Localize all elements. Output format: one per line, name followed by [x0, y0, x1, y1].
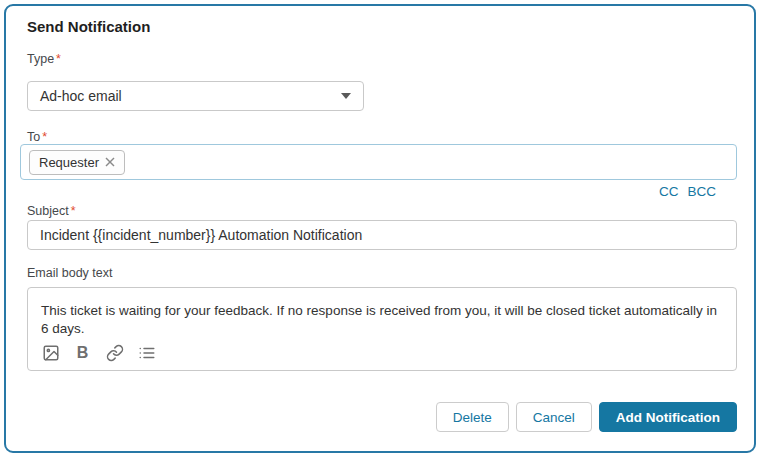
required-marker: * [71, 204, 76, 218]
type-select-value: Ad-hoc email [40, 88, 122, 104]
type-label: Type* [27, 52, 61, 66]
type-select[interactable]: Ad-hoc email [27, 81, 364, 111]
bold-icon[interactable]: B [73, 343, 92, 362]
bcc-link[interactable]: BCC [687, 184, 716, 199]
email-body-label: Email body text [27, 266, 112, 280]
remove-recipient-icon[interactable] [105, 157, 115, 167]
cancel-button[interactable]: Cancel [516, 402, 592, 432]
cc-bcc-links: CC BCC [659, 184, 716, 199]
image-icon[interactable] [41, 343, 60, 362]
footer-actions: Delete Cancel Add Notification [436, 402, 737, 432]
delete-button[interactable]: Delete [436, 402, 509, 432]
to-recipients-input[interactable]: Requester [20, 144, 737, 180]
cc-link[interactable]: CC [659, 184, 679, 199]
required-marker: * [42, 130, 47, 144]
chevron-down-icon [341, 93, 351, 99]
page-title: Send Notification [27, 18, 150, 35]
recipient-tag: Requester [29, 150, 125, 175]
link-icon[interactable] [105, 343, 124, 362]
send-notification-panel: Send Notification Type* Ad-hoc email To*… [4, 4, 756, 453]
to-label: To* [27, 130, 47, 144]
required-marker: * [56, 52, 61, 66]
subject-label: Subject* [27, 204, 76, 218]
bullet-list-icon[interactable] [137, 343, 156, 362]
recipient-tag-label: Requester [39, 155, 99, 170]
email-body-text[interactable]: This ticket is waiting for your feedback… [28, 288, 736, 337]
editor-toolbar: B [41, 343, 156, 362]
email-body-editor[interactable]: This ticket is waiting for your feedback… [27, 287, 737, 371]
add-notification-button[interactable]: Add Notification [599, 402, 737, 432]
subject-input[interactable] [27, 220, 737, 250]
